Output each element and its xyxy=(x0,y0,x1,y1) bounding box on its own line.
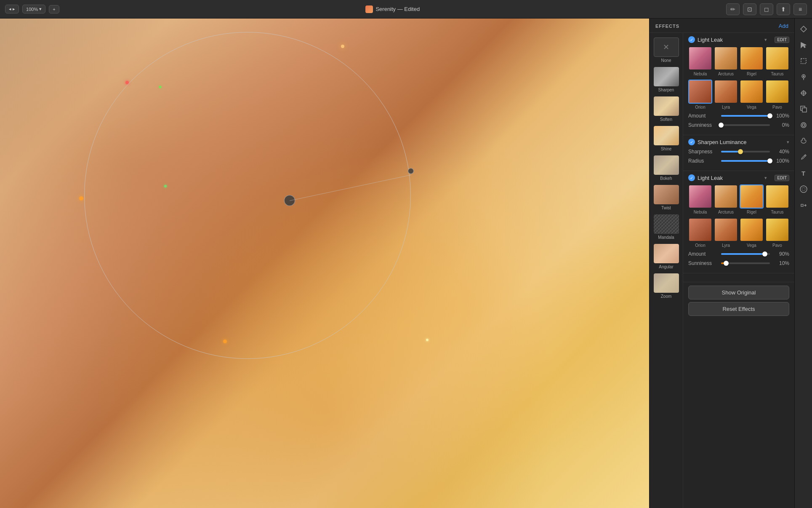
preset-arcturus-1[interactable]: Arcturus xyxy=(714,46,738,76)
preset-arcturus-2-thumb xyxy=(714,184,738,209)
sharpen-luminance-section: ✓ Sharpen Luminance ▾ Sharpness 40% xyxy=(683,135,794,171)
pen-tool-btn[interactable]: ✏ xyxy=(726,3,740,15)
sharpen-check[interactable]: ✓ xyxy=(688,139,695,145)
adjust-btn[interactable]: ◻ xyxy=(760,3,773,15)
sharpness-row: Sharpness 40% xyxy=(688,149,789,155)
show-original-btn[interactable]: Show Original xyxy=(688,286,789,299)
svg-rect-0 xyxy=(801,59,806,64)
amount-1-thumb[interactable] xyxy=(767,113,772,118)
preset-vega-2[interactable]: Vega xyxy=(740,218,764,248)
svg-rect-6 xyxy=(802,108,807,112)
preset-pavo-1-thumb xyxy=(765,80,789,104)
thumb-zoom-label: Zoom xyxy=(661,294,672,299)
preset-rigel-1-thumb xyxy=(740,46,764,70)
burn-tool[interactable] xyxy=(796,134,811,148)
heal-tool[interactable] xyxy=(796,86,811,100)
amount-1-slider[interactable] xyxy=(721,115,770,117)
light-leak-1-section: ✓ Light Leak ▾ EDIT Nebula xyxy=(683,33,794,135)
thumbnail-sharpen[interactable]: Sharpen xyxy=(652,66,681,94)
thumb-sharpen-preview xyxy=(654,67,679,86)
share-btn[interactable]: ⬆ xyxy=(777,3,790,15)
thumb-zoom-preview xyxy=(654,273,679,293)
sunniness-1-slider[interactable] xyxy=(721,124,770,126)
light-leak-2-section: ✓ Light Leak ▾ EDIT Nebula xyxy=(683,171,794,273)
thumbnail-bokeh[interactable]: Bokeh xyxy=(652,154,681,182)
light-leak-2-amount-row: Amount 90% xyxy=(688,251,789,257)
preset-nebula-1[interactable]: Nebula xyxy=(688,46,712,76)
preset-orion-1-thumb xyxy=(688,80,712,104)
preset-vega-1[interactable]: Vega xyxy=(740,80,764,110)
light-leak-2-presets-row1: Nebula Arcturus Rigel xyxy=(688,184,789,214)
vignette-tool[interactable] xyxy=(796,182,811,196)
sunniness-1-thumb[interactable] xyxy=(719,123,724,128)
thumbnail-angular[interactable]: Angular xyxy=(652,243,681,270)
canvas-area[interactable] xyxy=(0,19,649,508)
preset-taurus-1[interactable]: Taurus xyxy=(765,46,789,76)
add-effect-btn[interactable]: Add xyxy=(779,23,788,29)
light-leak-2-title: Light Leak xyxy=(698,175,762,181)
marquee-tool[interactable] xyxy=(796,54,811,68)
add-button[interactable]: + xyxy=(49,5,59,13)
sharpness-slider[interactable] xyxy=(721,151,770,152)
preset-lyra-1[interactable]: Lyra xyxy=(714,80,738,110)
vignette-icon xyxy=(800,185,807,193)
thumbnail-shine[interactable]: Shine xyxy=(652,125,681,152)
amount-2-thumb[interactable] xyxy=(762,251,767,257)
sunniness-2-label: Sunniness xyxy=(688,260,718,266)
preset-vega-2-label: Vega xyxy=(747,243,756,248)
light-leak-2-sunniness-row: Sunniness 10% xyxy=(688,260,789,266)
thumbnail-soften[interactable]: Soften xyxy=(652,95,681,123)
clone-tool[interactable] xyxy=(796,102,811,116)
crop-btn[interactable]: ⊡ xyxy=(743,3,756,15)
preset-arcturus-1-thumb xyxy=(714,46,738,70)
thumb-bokeh-label: Bokeh xyxy=(660,176,672,181)
thumbnail-none[interactable]: ✕ None xyxy=(652,36,681,64)
radius-thumb[interactable] xyxy=(767,158,772,163)
text-tool[interactable]: T xyxy=(796,166,811,180)
sharpen-arrow[interactable]: ▾ xyxy=(787,139,789,145)
adjust-icon: ◻ xyxy=(764,6,769,13)
preset-pavo-1-label: Pavo xyxy=(772,105,782,110)
light-leak-2-arrow[interactable]: ▾ xyxy=(764,175,767,181)
amount-2-slider[interactable] xyxy=(721,253,770,255)
thumbnail-mandala[interactable]: Mandala xyxy=(652,213,681,241)
preset-arcturus-2[interactable]: Arcturus xyxy=(714,184,738,214)
thumbnail-zoom[interactable]: Zoom xyxy=(652,272,681,300)
zoom-control[interactable]: 100% ▾ xyxy=(22,5,45,13)
preset-rigel-2[interactable]: Rigel xyxy=(740,184,764,214)
preset-orion-1-label: Orion xyxy=(695,105,705,110)
preset-lyra-2[interactable]: Lyra xyxy=(714,218,738,248)
brush-tool[interactable] xyxy=(796,70,811,84)
preset-rigel-1[interactable]: Rigel xyxy=(740,46,764,76)
thumb-angular-preview xyxy=(654,244,679,263)
light-leak-2-edit-badge[interactable]: EDIT xyxy=(775,175,789,181)
light-leak-2-check[interactable]: ✓ xyxy=(688,174,695,181)
preset-pavo-2[interactable]: Pavo xyxy=(765,218,789,248)
thumbnail-twist[interactable]: Twist xyxy=(652,184,681,211)
preset-pavo-1[interactable]: Pavo xyxy=(765,80,789,110)
sunniness-2-thumb[interactable] xyxy=(724,261,729,266)
light-leak-2-presets-row2: Orion Lyra Vega xyxy=(688,218,789,248)
light-leak-1-arrow[interactable]: ▾ xyxy=(764,37,767,43)
top-bar-center: Serenity — Edited xyxy=(63,5,723,13)
actions-tool[interactable] xyxy=(796,198,811,212)
light-leak-1-edit-badge[interactable]: EDIT xyxy=(775,37,789,43)
thumb-shine-preview xyxy=(654,126,679,145)
nav-back-forward[interactable]: ◂ ▸ xyxy=(5,5,19,13)
select-tool[interactable] xyxy=(796,38,811,52)
settings-btn[interactable]: ≡ xyxy=(793,3,807,15)
preset-nebula-1-label: Nebula xyxy=(694,72,707,76)
preset-orion-1[interactable]: Orion xyxy=(688,80,712,110)
sharpness-thumb[interactable] xyxy=(738,149,743,154)
paint-tool[interactable] xyxy=(796,150,811,164)
reset-effects-btn[interactable]: Reset Effects xyxy=(688,302,789,316)
amount-1-fill xyxy=(721,115,770,117)
sunniness-2-slider[interactable] xyxy=(721,262,770,264)
preset-orion-2[interactable]: Orion xyxy=(688,218,712,248)
retouch-tool[interactable] xyxy=(796,22,811,36)
radius-slider[interactable] xyxy=(721,160,770,162)
light-leak-1-check[interactable]: ✓ xyxy=(688,36,695,43)
preset-taurus-2[interactable]: Taurus xyxy=(765,184,789,214)
dodge-tool[interactable] xyxy=(796,118,811,132)
preset-nebula-2[interactable]: Nebula xyxy=(688,184,712,214)
